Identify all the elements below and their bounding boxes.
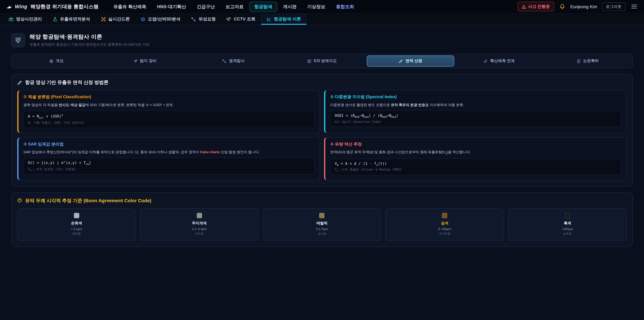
thickness-name: 흑색 xyxy=(512,221,623,226)
sub-nav: 영상사진관리 유출유면적분석 실시간드론 오염/선박3D분석 위성요청 xyxy=(0,14,644,25)
stab-label: 논문특허 xyxy=(583,58,599,64)
satellite-icon xyxy=(222,59,226,63)
stab-detection-equipment[interactable]: 탐지 장비 xyxy=(101,56,189,67)
stab-papers-patents[interactable]: 논문특허 xyxy=(544,56,632,67)
section-tab-bar: 개요 탐지 장비 원격탐사 ESI 방제지도 xyxy=(11,54,633,68)
chart-theory-icon xyxy=(266,17,271,22)
formula-block: V0 = A × d / (1 - fe(t)) fe: 누적 증발분 (Sti… xyxy=(330,158,621,175)
stab-remote-sensing[interactable]: 원격탐사 xyxy=(190,56,277,67)
nav-weather-info[interactable]: 기상정보 xyxy=(302,2,330,12)
bonn-card-rainbow: 무지개색 0.1~0.3μm 박막층 xyxy=(140,208,258,241)
menu-button[interactable] xyxy=(630,3,638,11)
nav-oil-spill-forecast[interactable]: 유출유 확산예측 xyxy=(108,2,151,12)
link-icon xyxy=(484,59,488,63)
methods-panel-title-row: 항공 영상 기반 유출유 면적 산정 방법론 xyxy=(17,79,627,86)
incident-status-badge[interactable]: 사고 진행중 xyxy=(518,2,554,12)
drone-icon xyxy=(101,17,106,22)
bonn-card-black: 흑색 >200μm 농축층 xyxy=(508,208,627,241)
thickness-range: 0.1~0.3μm xyxy=(144,227,255,231)
thickness-range: >200μm xyxy=(512,227,623,231)
app-viewport: Wing 해양환경 위기대응 통합시스템 유출유 확산예측 HNS·대기확산 긴… xyxy=(0,0,644,320)
bonn-card-metallic: 메탈릭 0.3~5μm 금속층 xyxy=(263,208,381,241)
thickness-name: 무지개색 xyxy=(144,221,255,226)
camera-icon xyxy=(8,17,14,22)
method-card-sar-threshold: ③ SAR 임계값 분리법 SAR 영상에서 후방산란계수(σ°)의 임계값 이… xyxy=(17,137,320,180)
subtab-satellite-request[interactable]: 위성요청 xyxy=(186,14,221,25)
nav-aerial-search[interactable]: 항공탐색 xyxy=(250,2,278,12)
method-card-title: ② 다중분광 지수법 (Spectral Index) xyxy=(330,94,621,100)
hamburger-icon xyxy=(631,3,638,10)
method-card-volume-inversion: ④ 유량 역산 추정 면적(A)과 평균 유막 두께(d) 및 풍화 경과 시간… xyxy=(324,137,627,180)
stab-area-calculation[interactable]: 면적 산정 xyxy=(367,56,454,67)
stab-label: 개요 xyxy=(56,58,64,64)
document-icon xyxy=(576,59,580,63)
flask-icon xyxy=(52,17,57,22)
bonn-card-brown: 갈색 5~200μm 두꺼운층 xyxy=(386,208,504,241)
color-swatch xyxy=(319,213,325,218)
color-swatch xyxy=(565,213,570,218)
subtab-label: 항공탐색 이론 xyxy=(274,16,301,22)
subtab-aerial-theory[interactable]: 항공탐색 이론 xyxy=(261,14,307,25)
user-name: Eunjeong Kim xyxy=(570,4,597,9)
nav-hns-air-diffusion[interactable]: HNS·대기확산 xyxy=(152,2,191,12)
formula-line: OSDI = (BNIR−BRed) / (BNIR+BRed) xyxy=(335,113,617,118)
methods-grid: ① 픽셀 분류법 (Pixel Classification) 광학 영상의 각… xyxy=(17,90,627,180)
stab-label: 확산예측 연계 xyxy=(490,58,515,64)
page-title-group: 해양 항공탐색·원격탐사 이론 유출유 원격탐지·항공감시 기법·ESI 방제정… xyxy=(30,33,150,47)
presentation-chart-icon xyxy=(15,37,21,44)
page-subtitle: 유출유 원격탐지·항공감시 기법·ESI 방제정보지도·등록특허 10-1567… xyxy=(30,42,150,47)
method-card-body: 면적(A)과 평균 유막 두께(d) 및 풍화 경과 시간(t)으로부터 원래 … xyxy=(330,150,621,156)
method-card-title: ① 픽셀 분류법 (Pixel Classification) xyxy=(24,94,314,100)
thickness-range: 5~200μm xyxy=(389,227,500,231)
formula-note: Tth: 최적 임계값 (국소 적응형) xyxy=(28,167,310,171)
warning-icon xyxy=(522,4,526,9)
method-card-spectral-index: ② 다중분광 지수법 (Spectral Index) 다중분광 센서로 촬영된… xyxy=(324,90,627,133)
bonn-panel-title-row: 유막 두께 시각적 추정 기준 (Bonn Agreement Color Co… xyxy=(17,197,627,204)
pencil-icon xyxy=(17,80,22,85)
subtab-label: CCTV 조회 xyxy=(234,16,256,22)
page-icon-box xyxy=(11,33,25,47)
map-icon xyxy=(307,59,311,63)
brand-home-link[interactable]: Wing 해양환경 위기대응 통합시스템 xyxy=(6,3,98,10)
stab-label: 면적 산정 xyxy=(406,58,422,64)
stab-diffusion-link[interactable]: 확산예측 연계 xyxy=(456,56,543,67)
layer-type: 박막층 xyxy=(144,232,255,236)
main-nav: 유출유 확산예측 HNS·대기확산 긴급구난 보고자료 항공탐색 게시판 기상정… xyxy=(108,2,359,12)
nav-reports[interactable]: 보고자료 xyxy=(220,2,248,12)
method-card-title: ④ 유량 역산 추정 xyxy=(330,141,621,147)
bonn-grid: 은회색 < 0.1μm 광택층 무지개색 0.1~0.3μm 박막층 메탈릭 0… xyxy=(17,208,627,241)
layer-type: 두꺼운층 xyxy=(389,232,500,236)
thickness-name: 은회색 xyxy=(21,221,132,226)
palette-icon xyxy=(17,198,22,203)
nav-board[interactable]: 게시판 xyxy=(278,2,302,12)
page-header: 해양 항공탐색·원격탐사 이론 유출유 원격탐지·항공감시 기법·ESI 방제정… xyxy=(11,33,633,47)
sphere-3d-icon xyxy=(140,17,146,22)
formula-note: fe: 누적 증발분 (Stiver & Mackay 1984) xyxy=(335,168,617,172)
formula-line: V0 = A × d / (1 - fe(t)) xyxy=(335,161,617,166)
subtab-label: 오염/선박3D분석 xyxy=(148,16,180,22)
stab-overview[interactable]: 개요 xyxy=(13,56,100,67)
method-card-body: SAR 영상에서 후방산란계수(σ°)의 임계값 이하를 유막으로 판정합니다.… xyxy=(24,150,314,155)
top-bar-right: 사고 진행중 Eunjeong Kim 로그아웃 xyxy=(518,2,638,12)
layer-type: 광택층 xyxy=(21,232,132,236)
nav-emergency-rescue[interactable]: 긴급구난 xyxy=(192,2,220,12)
globe-icon xyxy=(49,59,53,63)
subtab-realtime-drone[interactable]: 실시간드론 xyxy=(96,14,135,25)
notifications-button[interactable] xyxy=(558,3,566,10)
logout-button[interactable]: 로그아웃 xyxy=(602,2,626,11)
subtab-label: 위성요청 xyxy=(198,16,216,22)
nav-integrated-search[interactable]: 통합조회 xyxy=(331,2,359,12)
subtab-cctv-view[interactable]: CCTV 조회 xyxy=(221,14,260,25)
thickness-name: 갈색 xyxy=(389,221,500,226)
subtab-label: 유출유면적분석 xyxy=(60,16,90,22)
cctv-icon xyxy=(226,17,231,22)
color-swatch xyxy=(442,213,448,218)
subtab-image-photo-management[interactable]: 영상사진관리 xyxy=(3,14,47,25)
subtab-oil-area-analysis[interactable]: 유출유면적분석 xyxy=(47,14,96,25)
formula-line: A = Noil × (GSD)2 xyxy=(28,113,310,119)
subtab-pollution-ship-3d[interactable]: 오염/선박3D분석 xyxy=(135,14,186,25)
stab-esi-map[interactable]: ESI 방제지도 xyxy=(278,56,366,67)
method-card-body: 다중분광 센서로 촬영된 밴드 조합으로 유막 특유의 분광 반응을 지수화하여… xyxy=(330,102,621,108)
top-bar: Wing 해양환경 위기대응 통합시스템 유출유 확산예측 HNS·대기확산 긴… xyxy=(0,0,644,14)
main-content: 해양 항공탐색·원격탐사 이론 유출유 원격탐지·항공감시 기법·ESI 방제정… xyxy=(0,25,644,247)
